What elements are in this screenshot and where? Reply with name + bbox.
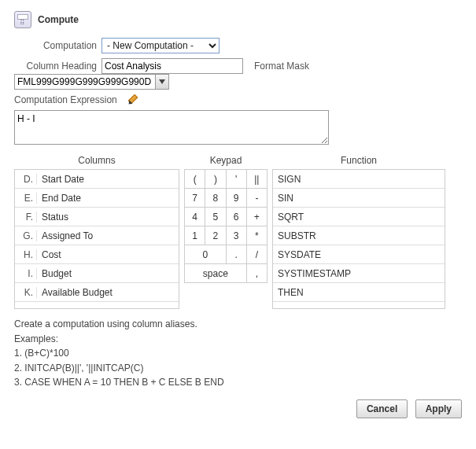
column-row[interactable]: K.Available Budget <box>15 283 179 302</box>
column-letter: K. <box>15 287 37 298</box>
keypad-key[interactable]: 5 <box>205 208 226 226</box>
function-row[interactable]: SYSDATE <box>273 245 445 264</box>
column-letter: D. <box>15 174 37 185</box>
keypad-key[interactable]: . <box>226 245 246 264</box>
column-heading-input[interactable] <box>101 58 243 74</box>
keypad-key[interactable]: 3 <box>226 226 246 245</box>
function-row[interactable]: SUBSTR <box>273 226 445 245</box>
apply-button[interactable]: Apply <box>415 399 462 418</box>
svg-marker-0 <box>159 79 165 84</box>
function-row[interactable]: SQRT <box>273 208 445 226</box>
page-title: Compute <box>38 14 79 25</box>
keypad-key[interactable]: space <box>185 264 247 283</box>
function-list[interactable]: SIGNSINSQRTSUBSTRSYSDATESYSTIMESTAMPTHEN <box>272 169 445 309</box>
computation-select[interactable]: - New Computation - <box>101 38 220 53</box>
keypad-key[interactable]: 2 <box>205 226 226 245</box>
keypad-key[interactable]: ' <box>226 170 246 189</box>
column-name[interactable]: Cost <box>37 249 179 260</box>
keypad-key[interactable]: + <box>246 208 267 226</box>
keypad-key[interactable]: / <box>246 245 267 264</box>
calculator-icon <box>14 11 31 28</box>
example-line: 3. CASE WHEN A = 10 THEN B + C ELSE B EN… <box>14 375 462 390</box>
expression-label: Computation Expression <box>14 94 117 105</box>
keypad-key[interactable]: ( <box>185 170 205 189</box>
keypad-key[interactable]: 0 <box>185 245 227 264</box>
example-line: 1. (B+C)*100 <box>14 346 462 361</box>
function-row[interactable]: SIGN <box>273 170 445 189</box>
keypad-key[interactable]: 7 <box>185 189 205 208</box>
column-name[interactable]: Start Date <box>37 174 179 185</box>
column-name[interactable]: End Date <box>37 193 179 204</box>
keypad-key[interactable]: 1 <box>185 226 205 245</box>
example-line: 2. INITCAP(B)||', '||INITCAP(C) <box>14 361 462 376</box>
column-letter: H. <box>15 249 37 260</box>
keypad-key[interactable]: * <box>246 226 267 245</box>
pencil-icon[interactable] <box>127 94 138 105</box>
column-letter: E. <box>15 193 37 204</box>
keypad-key[interactable]: 8 <box>205 189 226 208</box>
keypad-key[interactable]: 6 <box>226 208 246 226</box>
column-name[interactable]: Assigned To <box>37 230 179 241</box>
column-letter: I. <box>15 268 37 279</box>
keypad-title: Keypad <box>184 153 268 169</box>
keypad-key[interactable]: , <box>246 264 267 283</box>
keypad-key[interactable]: - <box>246 189 267 208</box>
chevron-down-icon <box>159 79 165 84</box>
function-row[interactable]: SIN <box>273 189 445 208</box>
column-row[interactable]: H.Cost <box>15 245 179 264</box>
column-row[interactable]: G.Assigned To <box>15 226 179 245</box>
examples-heading: Examples: <box>14 332 462 347</box>
keypad-key[interactable]: 9 <box>226 189 246 208</box>
function-title: Function <box>272 153 445 169</box>
column-row[interactable]: F.Status <box>15 208 179 226</box>
examples-intro: Create a computation using column aliase… <box>14 317 462 332</box>
format-mask-input[interactable] <box>14 74 156 90</box>
column-letter: G. <box>15 230 37 241</box>
columns-title: Columns <box>14 153 179 169</box>
keypad-key[interactable]: 4 <box>185 208 205 226</box>
format-mask-dropdown-button[interactable] <box>155 74 169 90</box>
keypad-table: ( ) ' || 7 8 9 - 4 5 6 + 1 2 3 * <box>184 169 268 283</box>
column-row[interactable]: I.Budget <box>15 264 179 283</box>
column-name[interactable]: Status <box>37 212 179 223</box>
function-row[interactable]: THEN <box>273 283 445 302</box>
keypad-key[interactable]: ) <box>205 170 226 189</box>
computation-expression-input[interactable]: H - I <box>14 110 329 145</box>
computation-label: Computation <box>14 40 97 51</box>
column-letter: F. <box>15 212 37 223</box>
column-row[interactable]: D.Start Date <box>15 170 179 189</box>
format-mask-label: Format Mask <box>254 61 309 72</box>
column-name[interactable]: Budget <box>37 268 179 279</box>
column-name[interactable]: Available Budget <box>37 287 179 298</box>
function-row[interactable]: SYSTIMESTAMP <box>273 264 445 283</box>
keypad-key[interactable]: || <box>246 170 267 189</box>
column-row[interactable]: E.End Date <box>15 189 179 208</box>
columns-list[interactable]: D.Start DateE.End DateF.StatusG.Assigned… <box>14 169 179 309</box>
cancel-button[interactable]: Cancel <box>356 399 408 418</box>
column-heading-label: Column Heading <box>14 61 97 72</box>
